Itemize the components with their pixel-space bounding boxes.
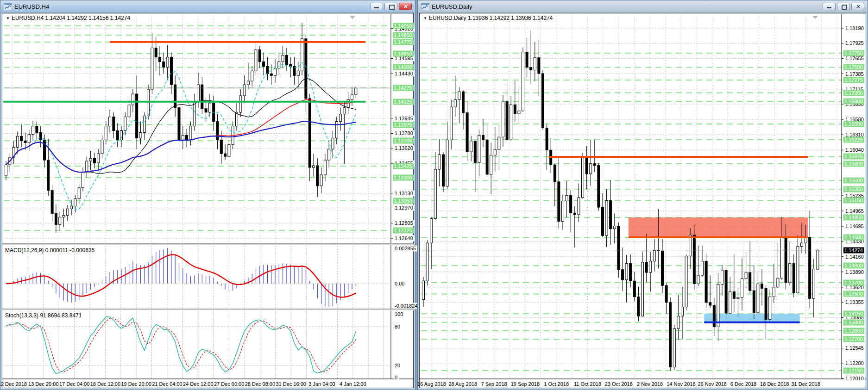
ohlc-label: ▼EURUSD,H4 1.14204 1.14292 1.14156 1.142…: [6, 15, 130, 21]
plot-borders: [420, 14, 866, 379]
horizontal-grid-layer: [421, 28, 842, 363]
plot-borders: [2, 14, 414, 379]
stoch-layer: [4, 317, 391, 374]
chart-canvas-h4[interactable]: [0, 0, 416, 390]
symbol-dropdown-icon: ▼: [423, 16, 427, 20]
level-lines-layer: [4, 26, 391, 230]
ohlc-label: ▼EURUSD,Daily 1.13936 1.14292 1.13936 1.…: [423, 15, 553, 21]
stoch-label: Stoch(13,3,3) 91.8694 83.8471: [5, 312, 82, 319]
ohlc-text: EURUSD,Daily 1.13936 1.14292 1.13936 1.1…: [429, 15, 553, 21]
mdi-workspace: EURUSD,H4 ✕ 1.149201.145951.144301.13945…: [0, 0, 868, 390]
macd-label: MACD(12,26,9) 0.000011 -0.000635: [5, 247, 94, 254]
chart-window-h4[interactable]: EURUSD,H4 ✕ 1.149201.145951.144301.13945…: [0, 0, 415, 390]
chart-canvas-daily[interactable]: [418, 0, 868, 390]
annotation-lines-layer: [421, 157, 842, 322]
chart-window-daily[interactable]: EURUSD,Daily ✕ 1.181901.179251.176551.17…: [417, 0, 868, 390]
vertical-grid-layer: [432, 16, 837, 379]
shift-triangle-icon: [812, 16, 818, 19]
candles-layer: [5, 23, 357, 233]
symbol-dropdown-icon: ▼: [6, 16, 10, 20]
panel-separator[interactable]: [2, 243, 414, 245]
shift-triangle-icon: [350, 16, 355, 19]
ohlc-text: EURUSD,H4 1.14204 1.14292 1.14156 1.1427…: [12, 15, 130, 21]
macd-layer: [4, 244, 414, 378]
ma-layer: [6, 62, 356, 209]
panel-separator[interactable]: [2, 309, 414, 310]
